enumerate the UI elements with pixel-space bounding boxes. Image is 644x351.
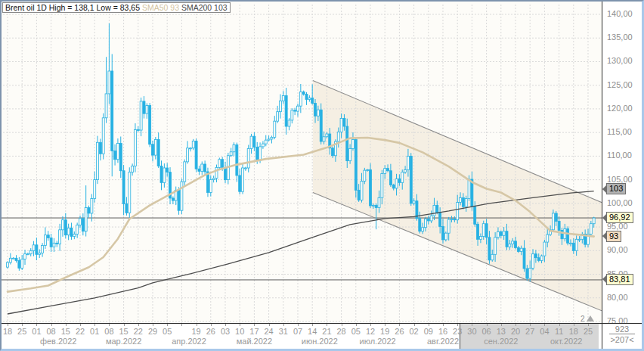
bar-marker-badge: 2 <box>581 315 594 323</box>
time-axis-tickmark <box>327 324 327 326</box>
time-axis-label: 16 <box>438 327 447 336</box>
price-tag: 93 <box>606 231 621 242</box>
time-axis-tickmark <box>153 324 153 326</box>
time-axis-month-label: май.2022 <box>237 337 272 346</box>
price-axis-label: 125,00 <box>607 80 633 89</box>
price-axis[interactable]: 140,00135,00130,00125,00120,00115,00110,… <box>602 2 642 323</box>
time-axis-tickmark <box>80 324 81 326</box>
time-axis-tickmark <box>312 324 313 326</box>
time-axis-label: 15 <box>61 327 70 336</box>
price-axis-label: 135,00 <box>607 33 633 42</box>
chart-legend: Brent oil 1D High = 138,1 Low = 83,65 SM… <box>2 2 231 13</box>
time-axis[interactable]: 1825010815220108152229051926031017243107… <box>2 324 602 349</box>
time-axis-label: 05 <box>351 327 361 336</box>
price-tag: 83,81 <box>606 274 633 285</box>
time-axis-label: 26 <box>395 327 404 336</box>
time-axis-tickmark <box>443 324 444 326</box>
time-axis-tickmark <box>298 324 299 326</box>
time-axis-label: 11 <box>555 327 563 336</box>
time-axis-tickmark <box>254 324 255 326</box>
time-axis-label: 24 <box>264 327 273 336</box>
time-axis-label: 18 <box>569 327 578 336</box>
time-axis-label: 15 <box>119 327 128 336</box>
time-axis-label: 31 <box>279 327 288 336</box>
price-tag: 103 <box>606 183 626 194</box>
time-axis-label: 08 <box>46 327 55 336</box>
time-axis-tickmark <box>94 324 95 326</box>
time-axis-tickmark <box>501 324 502 326</box>
price-tag: 96,92 <box>606 212 633 223</box>
time-axis-label: 17 <box>249 327 259 336</box>
time-axis-label: 08 <box>104 327 113 336</box>
time-axis-label: 29 <box>148 327 157 336</box>
time-axis-label: 19 <box>380 327 389 336</box>
time-axis-label: 12 <box>366 327 375 336</box>
time-axis-label: 06 <box>481 327 491 336</box>
price-axis-label: 120,00 <box>607 104 633 113</box>
time-axis-label: 07 <box>293 327 302 336</box>
time-axis-label: 20 <box>511 327 520 336</box>
time-axis-month-label: окт.2022 <box>550 337 582 346</box>
time-axis-tickmark <box>225 324 226 326</box>
time-axis-tickmark <box>414 324 415 326</box>
price-axis-label: 80,00 <box>607 293 628 302</box>
time-axis-tickmark <box>181 324 182 326</box>
time-axis-label: 03 <box>221 327 230 336</box>
price-axis-label: 100,00 <box>607 198 633 207</box>
time-axis-month-label: фев.2022 <box>40 337 77 346</box>
time-axis-tickmark <box>269 324 270 326</box>
time-axis-label: 02 <box>409 327 418 336</box>
time-axis-tickmark <box>342 324 342 326</box>
chart-window: Brent oil 1D High = 138,1 Low = 83,65 SM… <box>0 0 644 351</box>
time-axis-tickmark <box>574 324 574 326</box>
candlestick-chart[interactable] <box>2 2 602 323</box>
time-axis-tickmark <box>457 324 458 326</box>
time-axis-tickmark <box>370 324 371 326</box>
time-axis-label: 22 <box>134 327 143 336</box>
time-axis-tickmark <box>544 324 545 326</box>
up-triangle-icon <box>587 315 594 321</box>
price-axis-label: 110,00 <box>607 151 632 160</box>
time-axis-label: 28 <box>336 327 345 336</box>
time-axis-tickmark <box>588 324 589 326</box>
time-axis-label: 30 <box>467 327 476 336</box>
time-axis-tickmark <box>36 324 37 326</box>
time-axis-tickmark <box>356 324 357 326</box>
legend-main: Brent oil 1D High = 138,1 Low = 83,65 <box>5 3 140 12</box>
time-axis-tickmark <box>109 324 110 326</box>
legend-sma50: SMA50 93 <box>142 3 179 12</box>
time-axis-tickmark <box>197 324 197 326</box>
time-axis-tickmark <box>530 324 531 326</box>
time-axis-tickmark <box>385 324 385 326</box>
legend-sma200: SMA200 103 <box>181 3 228 12</box>
time-axis-tickmark <box>22 324 23 326</box>
time-axis-label: 09 <box>424 327 433 336</box>
axis-separator-vertical <box>602 2 602 349</box>
counter-top: 923 <box>609 324 635 334</box>
time-axis-label: 25 <box>584 327 593 336</box>
time-axis-month-label: мар.2022 <box>106 337 141 346</box>
price-axis-label: 140,00 <box>607 9 633 18</box>
time-axis-tickmark <box>66 324 67 326</box>
time-axis-tickmark <box>8 324 8 326</box>
time-axis-label: 25 <box>17 327 26 336</box>
time-axis-tickmark <box>559 324 560 326</box>
price-axis-label: 130,00 <box>607 56 633 65</box>
time-axis-label: 04 <box>540 327 549 336</box>
counter-bottom: >207< <box>602 334 642 344</box>
time-axis-tickmark <box>429 324 429 326</box>
time-axis-label: 26 <box>206 327 215 336</box>
time-axis-label: 22 <box>76 327 85 336</box>
time-axis-month-label: июл.2022 <box>360 337 396 346</box>
time-axis-label: 18 <box>3 327 12 336</box>
time-axis-label: 14 <box>308 327 317 336</box>
time-axis-label: 01 <box>32 327 41 336</box>
time-axis-tickmark <box>124 324 125 326</box>
time-axis-tickmark <box>240 324 240 326</box>
time-axis-month-label: сен.2022 <box>484 337 518 346</box>
time-axis-tickmark <box>51 324 52 326</box>
time-axis-label: 05 <box>163 327 172 336</box>
time-axis-label: 01 <box>90 327 99 336</box>
time-axis-tickmark <box>283 324 284 326</box>
time-axis-tickmark <box>167 324 168 326</box>
